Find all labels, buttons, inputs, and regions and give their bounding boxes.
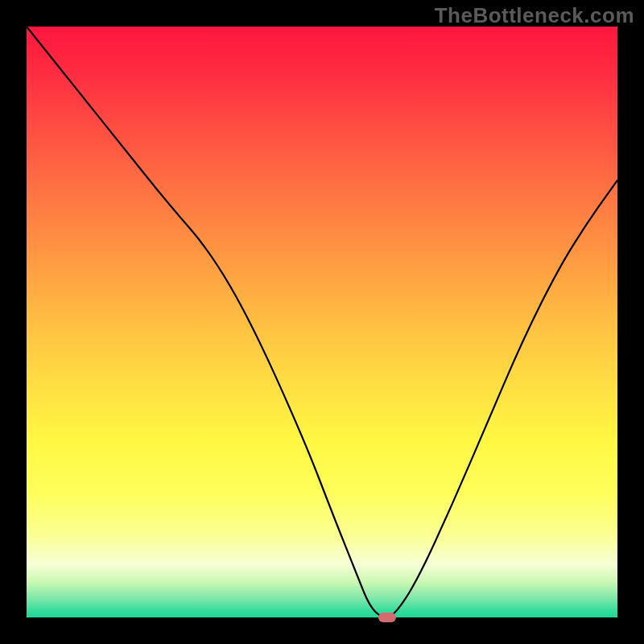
optimal-point-marker xyxy=(378,613,396,622)
watermark-text: TheBottleneck.com xyxy=(435,3,634,28)
chart-container: TheBottleneck.com xyxy=(0,0,644,644)
bottleneck-curve xyxy=(27,27,617,617)
